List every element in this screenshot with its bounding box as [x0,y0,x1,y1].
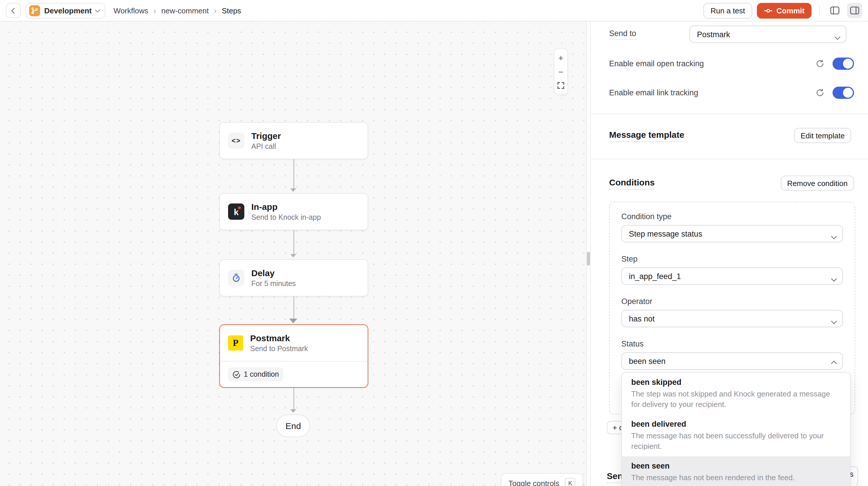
send-to-label: Send to [609,29,636,39]
toggle-left-panel-button[interactable] [827,3,842,18]
operator-field: Operator has not [621,297,843,327]
code-brackets-icon: <> [228,133,244,149]
arrowhead-icon [290,409,296,413]
chevron-up-icon [831,361,837,366]
zoom-out-button[interactable]: − [554,65,567,78]
chevron-down-icon [95,7,100,12]
top-bar: Development Workflows › new-comment › St… [0,0,868,22]
toggle-controls-label: Toggle controls [508,479,559,486]
edge-inapp-delay [293,230,294,255]
git-commit-icon [764,8,772,13]
step-value: in_app_feed_1 [629,272,681,281]
node-in-app[interactable]: k In-app Send to Knock in-app [219,193,368,230]
arrowhead-icon [289,319,297,323]
option-label: been delivered [631,419,841,430]
step-field: Step in_app_feed_1 [621,255,843,285]
toggle-right-panel-button[interactable] [847,3,862,18]
status-value: been seen [629,357,665,365]
open-tracking-label: Enable email open tracking [609,59,704,68]
knock-workflow-icon [29,5,40,16]
sync-icon [816,59,825,68]
condition-type-field: Condition type Step message status [621,212,843,242]
status-option-been-skipped[interactable]: been skipped The step was not skipped an… [622,372,850,415]
canvas-zoom-controls: + − [554,48,568,95]
message-template-label: Message template [609,129,684,141]
arrowhead-icon [290,188,296,192]
environment-switcher[interactable]: Development [26,3,105,18]
operator-select[interactable]: has not [621,310,843,327]
option-description: The step was not skipped and Knock gener… [631,389,841,409]
toggle-controls-bar[interactable]: Toggle controls K [501,473,583,486]
chevron-down-icon [831,233,837,239]
condition-type-label: Condition type [621,212,843,221]
step-settings-panel: Send to Postmark Enable email open track… [590,22,868,486]
step-select[interactable]: in_app_feed_1 [621,267,843,285]
panel-resize-handle[interactable] [587,252,590,266]
condition-type-select[interactable]: Step message status [621,225,843,242]
run-a-test-button[interactable]: Run a test [704,3,752,18]
arrowhead-icon [290,254,296,258]
chevron-down-icon [831,276,837,282]
postmark-logo-icon: P [228,335,243,351]
breadcrumb-separator: › [214,6,217,15]
node-subtitle: Send to Knock in-app [251,213,321,222]
status-option-been-seen[interactable]: been seen The message has not been rende… [622,456,850,486]
option-label: been skipped [631,377,841,388]
link-tracking-toggle[interactable] [833,86,854,99]
send-windows-label: Sen [607,471,623,483]
stopwatch-icon [228,270,244,286]
status-select[interactable]: been seen [621,352,843,370]
option-description: The message has not been rendered in the… [631,473,841,483]
chevron-down-icon [831,318,837,324]
fullscreen-icon [557,82,564,89]
sync-icon [816,88,825,97]
step-label: Step [621,255,843,263]
breadcrumb-workflows[interactable]: Workflows [114,6,148,15]
check-circle-icon [233,370,240,378]
breadcrumb-separator: › [154,6,156,15]
keyboard-shortcut-badge: K [565,478,576,486]
operator-label: Operator [621,297,843,306]
left-panel-icon [830,6,839,14]
back-button[interactable] [6,3,21,18]
open-tracking-toggle[interactable] [833,57,854,69]
node-title: Trigger [251,130,281,141]
chevron-down-icon [835,34,840,40]
condition-card: Condition type Step message status Step … [609,202,855,415]
node-trigger[interactable]: <> Trigger API call [219,122,368,159]
edge-delay-postmark [293,296,294,319]
condition-count-badge: 1 condition [228,367,284,381]
node-subtitle: Send to Postmark [250,344,308,354]
node-title: In-app [251,201,321,212]
message-template-row: Message template Edit template [609,128,854,143]
node-title: Postmark [250,332,308,343]
fit-view-button[interactable] [554,79,567,92]
node-end[interactable]: End [276,415,310,437]
remove-condition-button[interactable]: Remove condition [781,175,854,191]
link-tracking-row: Enable email link tracking [609,86,854,99]
node-postmark[interactable]: P Postmark Send to Postmark 1 condition [219,324,368,388]
conditions-label: Conditions [609,177,655,189]
open-tracking-row: Enable email open tracking [609,56,854,70]
condition-type-value: Step message status [629,229,702,238]
status-option-been-delivered[interactable]: been delivered The message has not been … [622,415,850,456]
zoom-in-button[interactable]: + [554,51,567,64]
edit-template-button[interactable]: Edit template [794,128,851,143]
workflow-canvas[interactable]: <> Trigger API call k In-app Send to Kno… [0,22,587,486]
breadcrumb-workflow-name[interactable]: new-comment [161,6,209,15]
option-label: been seen [631,461,841,472]
node-subtitle: For 5 minutes [251,279,296,289]
right-panel-icon [850,6,859,14]
breadcrumb-steps: Steps [222,6,241,15]
node-delay[interactable]: Delay For 5 minutes [219,259,368,296]
knock-workflow-editor: Development Workflows › new-comment › St… [0,0,868,486]
send-to-select[interactable]: Postmark [689,26,846,43]
knock-logo-icon: k [228,203,244,220]
panel-resize-gutter [588,22,590,486]
commit-button[interactable]: Commit [756,3,812,18]
status-label: Status [621,339,843,348]
breadcrumb: Workflows › new-comment › Steps [114,6,241,15]
status-field: Status been seen been skipped The step w… [621,339,843,370]
chevron-left-icon [11,7,17,13]
section-divider [590,114,868,114]
